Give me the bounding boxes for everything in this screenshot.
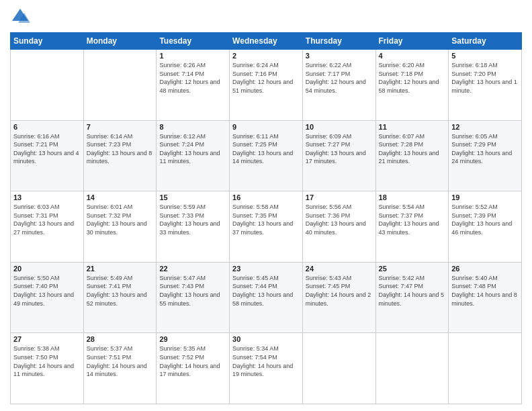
calendar-cell: 8Sunrise: 6:12 AM Sunset: 7:24 PM Daylig… — [157, 120, 230, 191]
calendar-cell: 22Sunrise: 5:47 AM Sunset: 7:43 PM Dayli… — [157, 262, 230, 333]
calendar-cell: 17Sunrise: 5:56 AM Sunset: 7:36 PM Dayli… — [302, 191, 375, 263]
calendar-cell: 1Sunrise: 6:26 AM Sunset: 7:14 PM Daylig… — [157, 50, 230, 121]
calendar-cell: 30Sunrise: 5:34 AM Sunset: 7:54 PM Dayli… — [230, 333, 303, 404]
day-number: 30 — [232, 335, 300, 343]
calendar-cell — [375, 333, 449, 404]
calendar-cell: 19Sunrise: 5:52 AM Sunset: 7:39 PM Dayli… — [449, 191, 522, 263]
day-number: 26 — [451, 265, 519, 273]
day-info: Sunrise: 6:03 AM Sunset: 7:31 PM Dayligh… — [13, 203, 81, 236]
day-number: 29 — [159, 335, 226, 343]
day-info: Sunrise: 5:38 AM Sunset: 7:50 PM Dayligh… — [13, 345, 81, 378]
calendar-week-row: 20Sunrise: 5:50 AM Sunset: 7:40 PM Dayli… — [11, 262, 522, 333]
day-info: Sunrise: 5:37 AM Sunset: 7:51 PM Dayligh… — [87, 345, 154, 378]
calendar-cell: 13Sunrise: 6:03 AM Sunset: 7:31 PM Dayli… — [11, 191, 84, 263]
calendar-day-header: Saturday — [449, 33, 522, 50]
day-info: Sunrise: 5:43 AM Sunset: 7:45 PM Dayligh… — [306, 274, 373, 308]
day-info: Sunrise: 5:58 AM Sunset: 7:35 PM Dayligh… — [232, 203, 300, 236]
day-number: 7 — [87, 123, 154, 131]
day-info: Sunrise: 6:07 AM Sunset: 7:28 PM Dayligh… — [379, 132, 446, 166]
day-info: Sunrise: 5:35 AM Sunset: 7:52 PM Dayligh… — [159, 345, 226, 378]
day-info: Sunrise: 5:59 AM Sunset: 7:33 PM Dayligh… — [159, 203, 226, 236]
day-info: Sunrise: 5:42 AM Sunset: 7:47 PM Dayligh… — [379, 274, 446, 308]
day-number: 2 — [232, 52, 300, 60]
day-number: 1 — [159, 52, 226, 60]
day-number: 6 — [13, 123, 81, 131]
calendar-cell: 21Sunrise: 5:49 AM Sunset: 7:41 PM Dayli… — [83, 262, 157, 333]
day-number: 3 — [306, 52, 373, 60]
day-info: Sunrise: 5:52 AM Sunset: 7:39 PM Dayligh… — [451, 203, 519, 236]
day-number: 5 — [451, 52, 519, 60]
calendar-cell: 26Sunrise: 5:40 AM Sunset: 7:48 PM Dayli… — [449, 262, 522, 333]
logo-icon — [10, 7, 30, 27]
calendar-cell: 4Sunrise: 6:20 AM Sunset: 7:18 PM Daylig… — [375, 50, 449, 121]
day-info: Sunrise: 6:12 AM Sunset: 7:24 PM Dayligh… — [159, 132, 226, 166]
day-number: 20 — [13, 265, 81, 273]
calendar-cell: 23Sunrise: 5:45 AM Sunset: 7:44 PM Dayli… — [230, 262, 303, 333]
day-info: Sunrise: 5:56 AM Sunset: 7:36 PM Dayligh… — [306, 203, 373, 236]
day-info: Sunrise: 5:50 AM Sunset: 7:40 PM Dayligh… — [13, 274, 81, 308]
calendar-cell: 10Sunrise: 6:09 AM Sunset: 7:27 PM Dayli… — [302, 120, 375, 191]
calendar-cell: 7Sunrise: 6:14 AM Sunset: 7:23 PM Daylig… — [83, 120, 157, 191]
calendar-cell: 14Sunrise: 6:01 AM Sunset: 7:32 PM Dayli… — [83, 191, 157, 263]
calendar-cell: 20Sunrise: 5:50 AM Sunset: 7:40 PM Dayli… — [11, 262, 84, 333]
day-info: Sunrise: 6:16 AM Sunset: 7:21 PM Dayligh… — [13, 132, 81, 166]
calendar-day-header: Thursday — [302, 33, 375, 50]
day-number: 16 — [232, 193, 300, 201]
day-number: 13 — [13, 193, 81, 201]
day-number: 19 — [451, 193, 519, 201]
calendar-cell: 29Sunrise: 5:35 AM Sunset: 7:52 PM Dayli… — [157, 333, 230, 404]
day-number: 24 — [306, 265, 373, 273]
calendar-cell: 16Sunrise: 5:58 AM Sunset: 7:35 PM Dayli… — [230, 191, 303, 263]
day-number: 25 — [379, 265, 446, 273]
calendar-cell: 28Sunrise: 5:37 AM Sunset: 7:51 PM Dayli… — [83, 333, 157, 404]
day-info: Sunrise: 5:54 AM Sunset: 7:37 PM Dayligh… — [379, 203, 446, 236]
day-number: 28 — [87, 335, 154, 343]
day-info: Sunrise: 6:24 AM Sunset: 7:16 PM Dayligh… — [232, 61, 300, 95]
calendar-day-header: Tuesday — [157, 33, 230, 50]
day-number: 15 — [159, 193, 226, 201]
day-info: Sunrise: 6:14 AM Sunset: 7:23 PM Dayligh… — [87, 132, 154, 166]
day-number: 21 — [87, 265, 154, 273]
day-info: Sunrise: 5:40 AM Sunset: 7:48 PM Dayligh… — [451, 274, 519, 308]
day-info: Sunrise: 6:20 AM Sunset: 7:18 PM Dayligh… — [379, 61, 446, 95]
calendar-cell: 3Sunrise: 6:22 AM Sunset: 7:17 PM Daylig… — [302, 50, 375, 121]
day-number: 23 — [232, 265, 300, 273]
calendar-cell: 6Sunrise: 6:16 AM Sunset: 7:21 PM Daylig… — [11, 120, 84, 191]
calendar-header-row: SundayMondayTuesdayWednesdayThursdayFrid… — [11, 33, 522, 50]
header — [10, 7, 522, 27]
calendar-cell: 25Sunrise: 5:42 AM Sunset: 7:47 PM Dayli… — [375, 262, 449, 333]
day-number: 14 — [87, 193, 154, 201]
day-number: 18 — [379, 193, 446, 201]
day-number: 22 — [159, 265, 226, 273]
day-info: Sunrise: 6:09 AM Sunset: 7:27 PM Dayligh… — [306, 132, 373, 166]
calendar-cell: 12Sunrise: 6:05 AM Sunset: 7:29 PM Dayli… — [449, 120, 522, 191]
calendar-day-header: Monday — [83, 33, 157, 50]
day-info: Sunrise: 6:11 AM Sunset: 7:25 PM Dayligh… — [232, 132, 300, 166]
calendar-day-header: Friday — [375, 33, 449, 50]
logo — [10, 7, 33, 27]
day-info: Sunrise: 6:18 AM Sunset: 7:20 PM Dayligh… — [451, 61, 519, 95]
day-info: Sunrise: 5:47 AM Sunset: 7:43 PM Dayligh… — [159, 274, 226, 308]
day-number: 8 — [159, 123, 226, 131]
day-info: Sunrise: 6:22 AM Sunset: 7:17 PM Dayligh… — [306, 61, 373, 95]
day-info: Sunrise: 6:01 AM Sunset: 7:32 PM Dayligh… — [87, 203, 154, 236]
calendar-cell — [11, 50, 84, 121]
calendar-day-header: Wednesday — [230, 33, 303, 50]
day-number: 17 — [306, 193, 373, 201]
calendar-table: SundayMondayTuesdayWednesdayThursdayFrid… — [10, 32, 522, 404]
calendar-week-row: 27Sunrise: 5:38 AM Sunset: 7:50 PM Dayli… — [11, 333, 522, 404]
day-number: 4 — [379, 52, 446, 60]
calendar-week-row: 6Sunrise: 6:16 AM Sunset: 7:21 PM Daylig… — [11, 120, 522, 191]
day-info: Sunrise: 5:34 AM Sunset: 7:54 PM Dayligh… — [232, 345, 300, 378]
calendar-cell: 9Sunrise: 6:11 AM Sunset: 7:25 PM Daylig… — [230, 120, 303, 191]
calendar-cell: 18Sunrise: 5:54 AM Sunset: 7:37 PM Dayli… — [375, 191, 449, 263]
page: SundayMondayTuesdayWednesdayThursdayFrid… — [0, 0, 532, 411]
calendar-cell: 11Sunrise: 6:07 AM Sunset: 7:28 PM Dayli… — [375, 120, 449, 191]
day-info: Sunrise: 6:26 AM Sunset: 7:14 PM Dayligh… — [159, 61, 226, 95]
calendar-cell: 15Sunrise: 5:59 AM Sunset: 7:33 PM Dayli… — [157, 191, 230, 263]
calendar-week-row: 1Sunrise: 6:26 AM Sunset: 7:14 PM Daylig… — [11, 50, 522, 121]
day-info: Sunrise: 5:45 AM Sunset: 7:44 PM Dayligh… — [232, 274, 300, 308]
day-info: Sunrise: 5:49 AM Sunset: 7:41 PM Dayligh… — [87, 274, 154, 308]
day-number: 27 — [13, 335, 81, 343]
calendar-week-row: 13Sunrise: 6:03 AM Sunset: 7:31 PM Dayli… — [11, 191, 522, 263]
